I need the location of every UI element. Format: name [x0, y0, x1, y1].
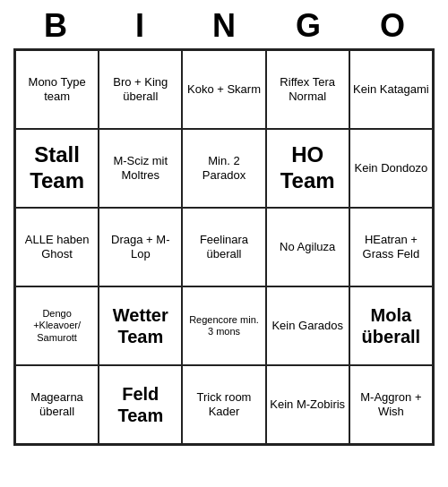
- header-letter-g: G: [270, 7, 347, 45]
- header-letter-b: B: [17, 7, 94, 45]
- header-letter-i: I: [101, 7, 178, 45]
- bingo-cell-12: Feelinara überall: [182, 208, 265, 286]
- bingo-cell-3: Riffex Tera Normal: [266, 50, 349, 129]
- bingo-cell-17: Regencore min. 3 mons: [182, 286, 265, 365]
- bingo-cell-1: Bro + King überall: [99, 50, 182, 129]
- bingo-cell-9: Kein Dondozo: [349, 129, 433, 208]
- bingo-cell-21: Feld Team: [99, 365, 182, 444]
- bingo-cell-2: Koko + Skarm: [182, 50, 265, 129]
- header-letter-n: N: [185, 7, 263, 45]
- bingo-cell-18: Kein Garados: [266, 286, 349, 365]
- bingo-cell-13: No Agiluza: [266, 208, 349, 286]
- bingo-cell-6: M-Sciz mit Moltres: [99, 129, 182, 208]
- bingo-cell-19: Mola überall: [349, 286, 433, 365]
- bingo-cell-22: Trick room Kader: [182, 365, 265, 444]
- bingo-cell-0: Mono Type team: [15, 50, 99, 129]
- bingo-grid: Mono Type teamBro + King überallKoko + S…: [13, 48, 435, 446]
- header-letter-o: O: [354, 7, 431, 45]
- bingo-cell-24: M-Aggron + Wish: [349, 365, 433, 444]
- bingo-cell-20: Magearna überall: [15, 365, 99, 444]
- bingo-cell-14: HEatran + Grass Feld: [349, 208, 433, 286]
- bingo-cell-11: Draga + M-Lop: [99, 208, 182, 286]
- bingo-cell-23: Kein M-Zobiris: [266, 365, 349, 444]
- bingo-cell-8: HO Team: [266, 129, 349, 208]
- bingo-header: BINGO: [13, 0, 435, 48]
- bingo-cell-7: Min. 2 Paradox: [182, 129, 265, 208]
- bingo-cell-15: Dengo +Kleavoer/ Samurott: [15, 286, 99, 365]
- bingo-cell-10: ALLE haben Ghost: [15, 208, 99, 286]
- bingo-cell-5: Stall Team: [15, 129, 99, 208]
- bingo-cell-4: Kein Katagami: [349, 50, 433, 129]
- bingo-cell-16: Wetter Team: [99, 286, 182, 365]
